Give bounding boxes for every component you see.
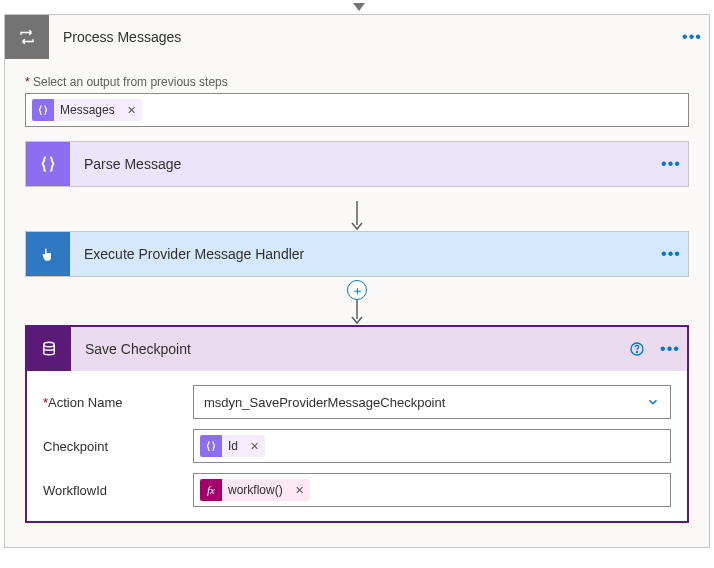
parse-json-icon — [26, 142, 70, 186]
loop-icon — [5, 15, 49, 59]
output-select-input[interactable]: Messages ✕ — [25, 93, 689, 127]
help-button[interactable] — [629, 341, 653, 357]
loop-card-process-messages[interactable]: Process Messages ••• * Select an output … — [4, 14, 710, 548]
card-title: Execute Provider Message Handler — [70, 246, 654, 262]
action-name-label: *Action Name — [43, 395, 193, 410]
pointer-click-icon — [26, 232, 70, 276]
workflowid-label: WorkflowId — [43, 483, 193, 498]
step-parse-message[interactable]: Parse Message ••• — [25, 141, 689, 187]
svg-point-2 — [44, 342, 55, 347]
step-execute-handler[interactable]: Execute Provider Message Handler ••• — [25, 231, 689, 277]
card-title: Save Checkpoint — [71, 341, 629, 357]
card-title: Process Messages — [49, 29, 675, 45]
token-messages[interactable]: Messages ✕ — [32, 99, 142, 121]
triangle-down-icon — [353, 3, 365, 11]
token-remove-button[interactable]: ✕ — [244, 435, 265, 457]
checkpoint-label: Checkpoint — [43, 439, 193, 454]
more-menu-button[interactable]: ••• — [654, 155, 688, 173]
step-save-checkpoint[interactable]: Save Checkpoint ••• *Action Name msdyn_S… — [25, 325, 689, 523]
chevron-down-icon — [646, 395, 660, 409]
more-menu-button[interactable]: ••• — [653, 340, 687, 358]
more-menu-button[interactable]: ••• — [675, 28, 709, 46]
braces-icon — [32, 99, 54, 121]
action-name-select[interactable]: msdyn_SaveProviderMessageCheckpoint — [193, 385, 671, 419]
token-id[interactable]: Id ✕ — [200, 435, 265, 457]
flow-arrow: ＋ — [5, 291, 709, 325]
card-title: Parse Message — [70, 156, 654, 172]
token-remove-button[interactable]: ✕ — [121, 99, 142, 121]
checkpoint-input[interactable]: Id ✕ — [193, 429, 671, 463]
token-workflow-expr[interactable]: fx workflow() ✕ — [200, 479, 310, 501]
workflowid-input[interactable]: fx workflow() ✕ — [193, 473, 671, 507]
add-step-button[interactable]: ＋ — [347, 280, 367, 300]
token-remove-button[interactable]: ✕ — [289, 479, 310, 501]
svg-point-4 — [636, 351, 637, 352]
more-menu-button[interactable]: ••• — [654, 245, 688, 263]
flow-arrow — [5, 201, 709, 231]
fx-icon: fx — [200, 479, 222, 501]
database-icon — [27, 327, 71, 371]
output-select-label: * Select an output from previous steps — [25, 75, 689, 89]
braces-icon — [200, 435, 222, 457]
